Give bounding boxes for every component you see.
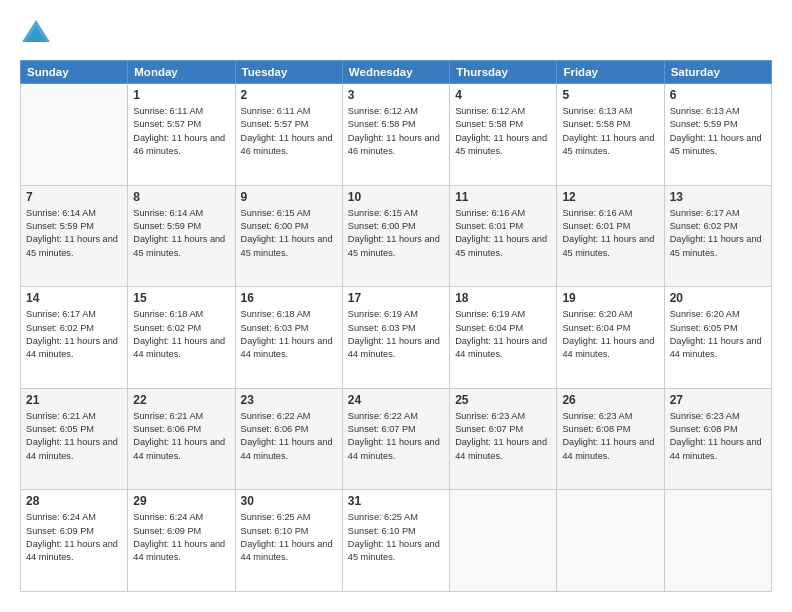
day-detail: Sunrise: 6:13 AMSunset: 5:59 PMDaylight:…: [670, 105, 766, 158]
table-row: 1Sunrise: 6:11 AMSunset: 5:57 PMDaylight…: [128, 84, 235, 186]
day-number: 12: [562, 190, 658, 204]
table-row: [664, 490, 771, 592]
table-row: 15Sunrise: 6:18 AMSunset: 6:02 PMDayligh…: [128, 287, 235, 389]
day-number: 13: [670, 190, 766, 204]
table-row: 7Sunrise: 6:14 AMSunset: 5:59 PMDaylight…: [21, 185, 128, 287]
day-detail: Sunrise: 6:22 AMSunset: 6:07 PMDaylight:…: [348, 410, 444, 463]
day-detail: Sunrise: 6:11 AMSunset: 5:57 PMDaylight:…: [241, 105, 337, 158]
table-row: 24Sunrise: 6:22 AMSunset: 6:07 PMDayligh…: [342, 388, 449, 490]
table-row: 13Sunrise: 6:17 AMSunset: 6:02 PMDayligh…: [664, 185, 771, 287]
table-row: 3Sunrise: 6:12 AMSunset: 5:58 PMDaylight…: [342, 84, 449, 186]
header-tuesday: Tuesday: [235, 61, 342, 84]
day-detail: Sunrise: 6:17 AMSunset: 6:02 PMDaylight:…: [670, 207, 766, 260]
day-detail: Sunrise: 6:18 AMSunset: 6:03 PMDaylight:…: [241, 308, 337, 361]
day-detail: Sunrise: 6:19 AMSunset: 6:03 PMDaylight:…: [348, 308, 444, 361]
table-row: 16Sunrise: 6:18 AMSunset: 6:03 PMDayligh…: [235, 287, 342, 389]
day-number: 7: [26, 190, 122, 204]
table-row: 25Sunrise: 6:23 AMSunset: 6:07 PMDayligh…: [450, 388, 557, 490]
day-detail: Sunrise: 6:24 AMSunset: 6:09 PMDaylight:…: [26, 511, 122, 564]
table-row: 4Sunrise: 6:12 AMSunset: 5:58 PMDaylight…: [450, 84, 557, 186]
day-detail: Sunrise: 6:16 AMSunset: 6:01 PMDaylight:…: [455, 207, 551, 260]
day-detail: Sunrise: 6:14 AMSunset: 5:59 PMDaylight:…: [26, 207, 122, 260]
logo-icon: [22, 20, 50, 42]
day-number: 9: [241, 190, 337, 204]
day-detail: Sunrise: 6:13 AMSunset: 5:58 PMDaylight:…: [562, 105, 658, 158]
logo: [20, 20, 50, 48]
day-number: 17: [348, 291, 444, 305]
table-row: 22Sunrise: 6:21 AMSunset: 6:06 PMDayligh…: [128, 388, 235, 490]
day-number: 3: [348, 88, 444, 102]
day-number: 6: [670, 88, 766, 102]
day-detail: Sunrise: 6:23 AMSunset: 6:08 PMDaylight:…: [562, 410, 658, 463]
table-row: 8Sunrise: 6:14 AMSunset: 5:59 PMDaylight…: [128, 185, 235, 287]
day-detail: Sunrise: 6:23 AMSunset: 6:08 PMDaylight:…: [670, 410, 766, 463]
table-row: 10Sunrise: 6:15 AMSunset: 6:00 PMDayligh…: [342, 185, 449, 287]
table-row: 21Sunrise: 6:21 AMSunset: 6:05 PMDayligh…: [21, 388, 128, 490]
day-number: 5: [562, 88, 658, 102]
day-number: 8: [133, 190, 229, 204]
table-row: 11Sunrise: 6:16 AMSunset: 6:01 PMDayligh…: [450, 185, 557, 287]
day-number: 20: [670, 291, 766, 305]
table-row: [450, 490, 557, 592]
day-number: 21: [26, 393, 122, 407]
day-detail: Sunrise: 6:16 AMSunset: 6:01 PMDaylight:…: [562, 207, 658, 260]
table-row: 14Sunrise: 6:17 AMSunset: 6:02 PMDayligh…: [21, 287, 128, 389]
table-row: [557, 490, 664, 592]
header-saturday: Saturday: [664, 61, 771, 84]
table-row: 18Sunrise: 6:19 AMSunset: 6:04 PMDayligh…: [450, 287, 557, 389]
table-row: 26Sunrise: 6:23 AMSunset: 6:08 PMDayligh…: [557, 388, 664, 490]
day-number: 2: [241, 88, 337, 102]
day-detail: Sunrise: 6:22 AMSunset: 6:06 PMDaylight:…: [241, 410, 337, 463]
table-row: 29Sunrise: 6:24 AMSunset: 6:09 PMDayligh…: [128, 490, 235, 592]
day-number: 31: [348, 494, 444, 508]
day-number: 18: [455, 291, 551, 305]
day-detail: Sunrise: 6:21 AMSunset: 6:05 PMDaylight:…: [26, 410, 122, 463]
header-wednesday: Wednesday: [342, 61, 449, 84]
table-row: 9Sunrise: 6:15 AMSunset: 6:00 PMDaylight…: [235, 185, 342, 287]
day-detail: Sunrise: 6:11 AMSunset: 5:57 PMDaylight:…: [133, 105, 229, 158]
day-number: 11: [455, 190, 551, 204]
calendar-week-row: 1Sunrise: 6:11 AMSunset: 5:57 PMDaylight…: [21, 84, 772, 186]
header-sunday: Sunday: [21, 61, 128, 84]
day-number: 4: [455, 88, 551, 102]
table-row: 12Sunrise: 6:16 AMSunset: 6:01 PMDayligh…: [557, 185, 664, 287]
weekday-header-row: Sunday Monday Tuesday Wednesday Thursday…: [21, 61, 772, 84]
day-number: 28: [26, 494, 122, 508]
table-row: 23Sunrise: 6:22 AMSunset: 6:06 PMDayligh…: [235, 388, 342, 490]
header-monday: Monday: [128, 61, 235, 84]
table-row: [21, 84, 128, 186]
table-row: 27Sunrise: 6:23 AMSunset: 6:08 PMDayligh…: [664, 388, 771, 490]
table-row: 2Sunrise: 6:11 AMSunset: 5:57 PMDaylight…: [235, 84, 342, 186]
day-detail: Sunrise: 6:19 AMSunset: 6:04 PMDaylight:…: [455, 308, 551, 361]
table-row: 30Sunrise: 6:25 AMSunset: 6:10 PMDayligh…: [235, 490, 342, 592]
day-number: 22: [133, 393, 229, 407]
calendar-week-row: 14Sunrise: 6:17 AMSunset: 6:02 PMDayligh…: [21, 287, 772, 389]
header-friday: Friday: [557, 61, 664, 84]
day-detail: Sunrise: 6:15 AMSunset: 6:00 PMDaylight:…: [241, 207, 337, 260]
table-row: 19Sunrise: 6:20 AMSunset: 6:04 PMDayligh…: [557, 287, 664, 389]
day-detail: Sunrise: 6:18 AMSunset: 6:02 PMDaylight:…: [133, 308, 229, 361]
page: Sunday Monday Tuesday Wednesday Thursday…: [0, 0, 792, 612]
day-number: 24: [348, 393, 444, 407]
logo-text: [20, 20, 50, 48]
calendar-table: Sunday Monday Tuesday Wednesday Thursday…: [20, 60, 772, 592]
day-detail: Sunrise: 6:12 AMSunset: 5:58 PMDaylight:…: [348, 105, 444, 158]
table-row: 31Sunrise: 6:25 AMSunset: 6:10 PMDayligh…: [342, 490, 449, 592]
calendar-week-row: 7Sunrise: 6:14 AMSunset: 5:59 PMDaylight…: [21, 185, 772, 287]
day-number: 23: [241, 393, 337, 407]
day-number: 30: [241, 494, 337, 508]
day-detail: Sunrise: 6:21 AMSunset: 6:06 PMDaylight:…: [133, 410, 229, 463]
day-detail: Sunrise: 6:25 AMSunset: 6:10 PMDaylight:…: [348, 511, 444, 564]
calendar-week-row: 21Sunrise: 6:21 AMSunset: 6:05 PMDayligh…: [21, 388, 772, 490]
day-detail: Sunrise: 6:12 AMSunset: 5:58 PMDaylight:…: [455, 105, 551, 158]
day-number: 16: [241, 291, 337, 305]
day-number: 1: [133, 88, 229, 102]
table-row: 6Sunrise: 6:13 AMSunset: 5:59 PMDaylight…: [664, 84, 771, 186]
day-number: 25: [455, 393, 551, 407]
day-number: 27: [670, 393, 766, 407]
day-detail: Sunrise: 6:20 AMSunset: 6:04 PMDaylight:…: [562, 308, 658, 361]
day-detail: Sunrise: 6:24 AMSunset: 6:09 PMDaylight:…: [133, 511, 229, 564]
table-row: 17Sunrise: 6:19 AMSunset: 6:03 PMDayligh…: [342, 287, 449, 389]
day-detail: Sunrise: 6:15 AMSunset: 6:00 PMDaylight:…: [348, 207, 444, 260]
day-number: 19: [562, 291, 658, 305]
